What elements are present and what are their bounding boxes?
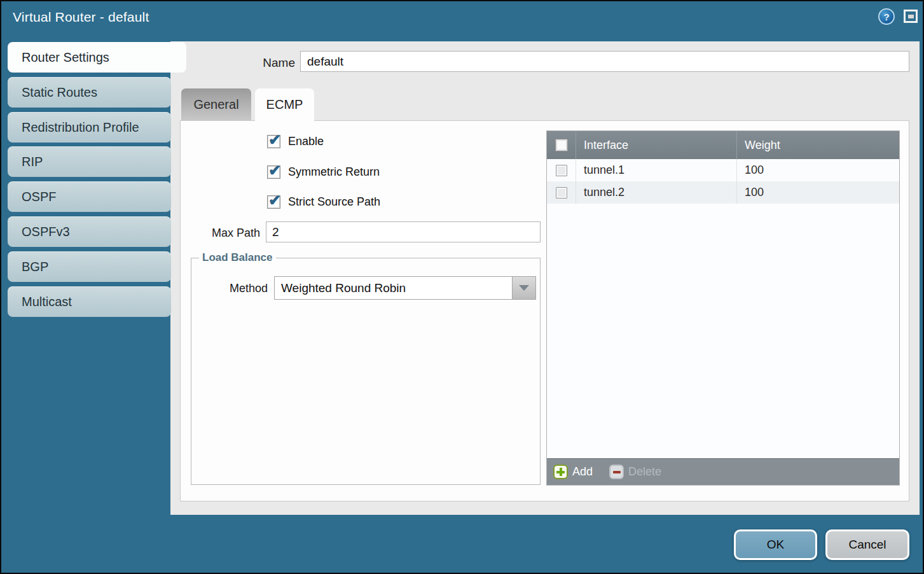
sidebar-item-redistribution-profile[interactable]: Redistribution Profile (8, 112, 171, 143)
tab-ecmp[interactable]: ECMP (255, 88, 314, 122)
interface-cell[interactable]: tunnel.1 (576, 159, 736, 181)
sidebar-item-ospfv3[interactable]: OSPFv3 (8, 216, 171, 247)
load-balance-fieldset: Load Balance Method Weighted Round Robin (191, 258, 541, 485)
table-row[interactable]: tunnel.2 100 (547, 181, 899, 204)
table-footer: Add Delete (547, 458, 899, 485)
method-label: Method (210, 282, 268, 295)
sidebar-item-multicast[interactable]: Multicast (8, 286, 171, 317)
strict-source-path-row: Strict Source Path (267, 194, 380, 209)
tab-general[interactable]: General (181, 88, 251, 121)
symmetric-return-row: Symmetric Return (267, 164, 380, 179)
name-input[interactable] (300, 51, 909, 72)
ecmp-panel: Enable Symmetric Return Strict Source Pa… (180, 120, 909, 501)
delete-button[interactable]: Delete (609, 465, 661, 479)
method-value: Weighted Round Robin (281, 277, 406, 299)
virtual-router-dialog: Virtual Router - default ? Router Settin… (0, 0, 924, 574)
strict-source-path-checkbox[interactable] (267, 195, 280, 209)
window-restore-icon[interactable] (904, 10, 918, 23)
table-row[interactable]: tunnel.1 100 (547, 159, 899, 181)
content-area: Name General ECMP Enable Symmetric Retur… (170, 41, 920, 515)
enable-row: Enable (267, 134, 324, 149)
enable-label: Enable (288, 135, 324, 148)
table-header: Interface Weight (547, 131, 899, 159)
column-header-interface[interactable]: Interface (576, 131, 736, 159)
add-button[interactable]: Add (553, 465, 593, 479)
dropdown-button[interactable] (512, 277, 535, 299)
help-glyph: ? (883, 11, 889, 22)
delete-label: Delete (628, 465, 661, 479)
help-icon[interactable]: ? (878, 8, 895, 25)
load-balance-legend: Load Balance (199, 251, 276, 264)
sidebar-item-rip[interactable]: RIP (8, 146, 171, 177)
row-checkbox[interactable] (556, 165, 567, 176)
sidebar-item-bgp[interactable]: BGP (8, 251, 171, 282)
weight-cell[interactable]: 100 (736, 181, 899, 204)
cancel-button[interactable]: Cancel (825, 529, 909, 560)
strict-source-path-label: Strict Source Path (288, 195, 380, 209)
plus-icon (553, 465, 568, 479)
sidebar-item-router-settings[interactable]: Router Settings (8, 42, 186, 73)
max-path-label: Max Path (193, 227, 260, 240)
chevron-down-icon (519, 285, 529, 291)
header-checkbox-cell (547, 131, 576, 159)
column-header-weight[interactable]: Weight (736, 131, 899, 159)
symmetric-return-label: Symmetric Return (288, 165, 380, 179)
sidebar-item-ospf[interactable]: OSPF (8, 181, 171, 212)
interface-table: Interface Weight tunnel.1 100 tunnel.2 1… (546, 130, 900, 486)
symmetric-return-checkbox[interactable] (267, 165, 280, 179)
dialog-title: Virtual Router - default (13, 10, 149, 25)
sidebar-item-static-routes[interactable]: Static Routes (8, 77, 171, 108)
weight-cell[interactable]: 100 (736, 159, 899, 181)
minus-icon (609, 465, 624, 479)
enable-checkbox[interactable] (267, 135, 280, 148)
method-dropdown[interactable]: Weighted Round Robin (274, 276, 536, 300)
row-checkbox[interactable] (556, 187, 567, 199)
name-label: Name (231, 56, 295, 70)
ok-button[interactable]: OK (734, 529, 817, 560)
select-all-checkbox[interactable] (555, 139, 568, 151)
add-label: Add (572, 465, 593, 479)
max-path-input[interactable] (266, 221, 541, 242)
interface-cell[interactable]: tunnel.2 (576, 181, 736, 204)
